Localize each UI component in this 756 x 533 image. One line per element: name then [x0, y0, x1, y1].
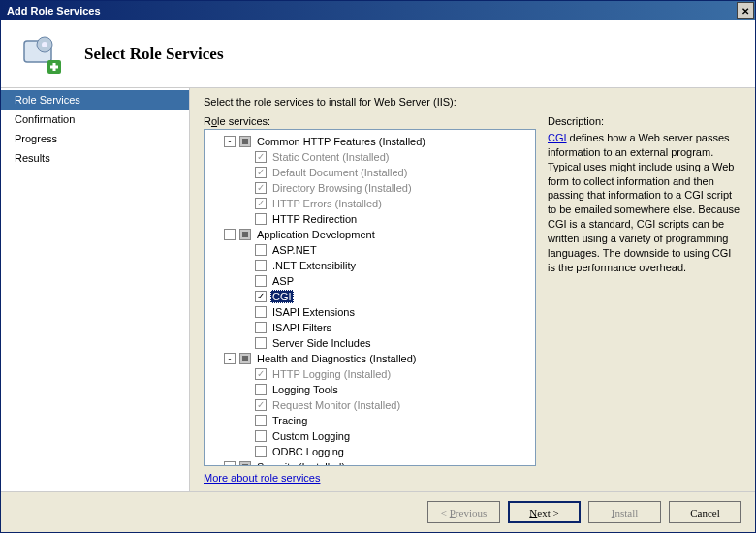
tree-item-label: ISAPI Filters: [270, 322, 333, 333]
checkbox[interactable]: [255, 415, 267, 426]
description-panel: Description: CGI defines how a Web serve…: [548, 115, 741, 484]
svg-point-2: [42, 42, 47, 47]
sidebar-item-progress[interactable]: Progress: [1, 129, 189, 148]
checkbox[interactable]: [255, 167, 267, 178]
checkbox[interactable]: [255, 275, 267, 287]
next-button[interactable]: Next >: [508, 501, 581, 523]
sidebar-item-results[interactable]: Results: [1, 148, 189, 168]
tree-label: Role services:: [204, 115, 536, 127]
body: Role ServicesConfirmationProgressResults…: [1, 88, 755, 491]
tree-group[interactable]: -Health and Diagnostics (Installed): [206, 351, 533, 366]
close-button[interactable]: ✕: [737, 2, 754, 19]
tree-item[interactable]: HTTP Errors (Installed): [206, 196, 533, 211]
checkbox[interactable]: [255, 430, 267, 442]
checkbox[interactable]: [255, 260, 267, 271]
checkbox[interactable]: [239, 353, 251, 364]
checkbox[interactable]: [255, 446, 267, 457]
tree-item[interactable]: HTTP Redirection: [206, 211, 533, 227]
tree-item[interactable]: ISAPI Filters: [206, 320, 533, 335]
tree-item-label: Static Content (Installed): [270, 151, 391, 163]
footer: < Previous Next > Install Cancel: [1, 491, 755, 532]
checkbox[interactable]: [255, 399, 267, 411]
tree-item[interactable]: Custom Logging: [206, 428, 533, 444]
tree-item-label: Custom Logging: [270, 430, 352, 442]
role-services-tree[interactable]: -Common HTTP Features (Installed)Static …: [204, 129, 536, 466]
sidebar-item-confirmation[interactable]: Confirmation: [1, 110, 189, 129]
tree-item-label: ASP.NET: [270, 244, 319, 256]
tree-item[interactable]: Request Monitor (Installed): [206, 397, 533, 413]
tree-item[interactable]: ASP.NET: [206, 242, 533, 258]
checkbox[interactable]: [255, 384, 267, 395]
description-text: CGI defines how a Web server passes info…: [548, 131, 741, 274]
tree-item-label: HTTP Redirection: [270, 213, 359, 225]
window-title: Add Role Services: [7, 5, 101, 16]
tree-group[interactable]: -Application Development: [206, 227, 533, 242]
sidebar: Role ServicesConfirmationProgressResults: [1, 88, 190, 491]
tree-item[interactable]: ISAPI Extensions: [206, 304, 533, 320]
description-link[interactable]: CGI: [548, 132, 567, 143]
tree-item-label: Server Side Includes: [270, 337, 373, 349]
tree-item[interactable]: Directory Browsing (Installed): [206, 180, 533, 196]
tree-item[interactable]: ASP: [206, 273, 533, 289]
tree-item[interactable]: HTTP Logging (Installed): [206, 366, 533, 382]
tree-item-label: CGI: [270, 290, 294, 303]
checkbox[interactable]: [255, 198, 267, 209]
tree-item[interactable]: CGI: [206, 289, 533, 304]
checkbox[interactable]: [255, 291, 267, 302]
tree-item-label: ODBC Logging: [270, 446, 346, 457]
tree-group[interactable]: -Common HTTP Features (Installed): [206, 134, 533, 149]
tree-section: Role services: -Common HTTP Features (In…: [204, 115, 536, 484]
tree-item[interactable]: .NET Extensibility: [206, 258, 533, 273]
tree-item-label: Default Document (Installed): [270, 167, 409, 178]
expander-icon[interactable]: -: [224, 353, 236, 364]
checkbox[interactable]: [255, 182, 267, 194]
wizard-icon: [18, 31, 65, 78]
previous-button[interactable]: < Previous: [427, 501, 500, 523]
tree-item-label: Application Development: [255, 229, 377, 240]
checkbox[interactable]: [255, 213, 267, 225]
tree-item[interactable]: Default Document (Installed): [206, 165, 533, 180]
tree-item-label: Tracing: [270, 415, 309, 426]
header: Select Role Services: [1, 20, 755, 88]
tree-item-label: Request Monitor (Installed): [270, 399, 402, 411]
tree-item-label: Common HTTP Features (Installed): [255, 136, 427, 147]
tree-item[interactable]: Logging Tools: [206, 382, 533, 397]
checkbox[interactable]: [255, 306, 267, 318]
wizard-window: Add Role Services ✕ Select Role Services…: [0, 0, 756, 533]
tree-item-label: HTTP Errors (Installed): [270, 198, 384, 209]
tree-item-label: Security (Installed): [255, 461, 347, 466]
tree-item-label: HTTP Logging (Installed): [270, 368, 393, 380]
tree-item[interactable]: Tracing: [206, 413, 533, 428]
expander-icon[interactable]: -: [224, 461, 236, 466]
checkbox[interactable]: [255, 322, 267, 333]
tree-item-label: Logging Tools: [270, 384, 340, 395]
main-panel: Select the role services to install for …: [190, 88, 755, 491]
cancel-button[interactable]: Cancel: [669, 501, 741, 523]
description-body: defines how a Web server passes informat…: [548, 132, 740, 273]
checkbox[interactable]: [255, 244, 267, 256]
svg-rect-5: [50, 65, 58, 68]
titlebar: Add Role Services ✕: [1, 1, 755, 20]
expander-icon[interactable]: -: [224, 229, 236, 240]
more-info-link[interactable]: More about role services: [204, 472, 536, 484]
expander-icon[interactable]: -: [224, 136, 236, 147]
tree-item[interactable]: Static Content (Installed): [206, 149, 533, 165]
checkbox[interactable]: [255, 337, 267, 349]
tree-group[interactable]: -Security (Installed): [206, 459, 533, 466]
checkbox[interactable]: [239, 461, 251, 466]
tree-item-label: Health and Diagnostics (Installed): [255, 353, 418, 364]
instruction-text: Select the role services to install for …: [204, 96, 741, 108]
tree-item[interactable]: Server Side Includes: [206, 335, 533, 351]
checkbox[interactable]: [239, 229, 251, 240]
checkbox[interactable]: [255, 368, 267, 380]
tree-item[interactable]: ODBC Logging: [206, 444, 533, 459]
description-label: Description:: [548, 115, 741, 127]
install-button[interactable]: Install: [588, 501, 661, 523]
tree-item-label: Directory Browsing (Installed): [270, 182, 414, 194]
checkbox[interactable]: [239, 136, 251, 147]
content-area: Role services: -Common HTTP Features (In…: [204, 115, 741, 484]
tree-item-label: ISAPI Extensions: [270, 306, 357, 318]
checkbox[interactable]: [255, 151, 267, 163]
sidebar-item-role-services[interactable]: Role Services: [1, 90, 189, 110]
tree-item-label: .NET Extensibility: [270, 260, 358, 271]
